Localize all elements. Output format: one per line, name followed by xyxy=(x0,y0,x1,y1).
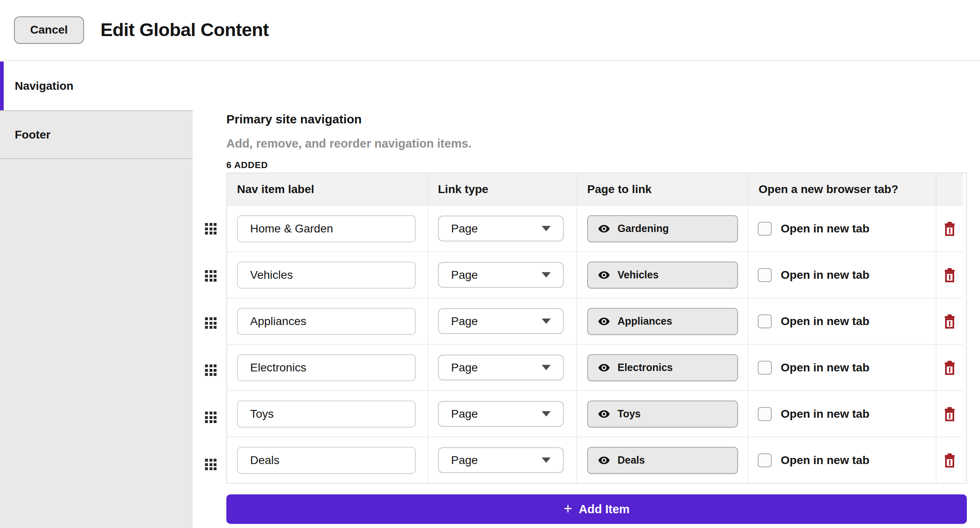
table-row-page-cell: Electronics xyxy=(577,344,749,390)
section-description: Add, remove, and reorder navigation item… xyxy=(226,137,472,150)
link-type-select[interactable]: Page xyxy=(438,262,564,288)
chevron-down-icon xyxy=(542,319,551,324)
link-type-select[interactable]: Page xyxy=(438,447,564,473)
table-row-label-cell xyxy=(227,205,428,251)
drag-handle[interactable] xyxy=(205,317,217,329)
table-row-label-cell xyxy=(227,298,428,344)
trash-icon xyxy=(944,268,956,282)
sidebar-item-footer[interactable]: Footer xyxy=(0,110,193,159)
table-row-linktype-cell: Page xyxy=(428,205,577,251)
new-tab-label: Open in new tab xyxy=(781,407,869,421)
page-link-button[interactable]: Electronics xyxy=(587,354,738,381)
table-row-delete-cell xyxy=(937,205,963,251)
eye-icon xyxy=(598,269,610,281)
drag-handle[interactable] xyxy=(205,223,217,234)
delete-button[interactable] xyxy=(942,451,957,469)
table-row-newtab-cell: Open in new tab xyxy=(749,344,937,390)
table-row-linktype-cell: Page xyxy=(428,437,577,483)
new-tab-checkbox[interactable] xyxy=(758,453,772,467)
new-tab-label: Open in new tab xyxy=(781,361,869,374)
table-row-page-cell: Gardening xyxy=(577,205,749,251)
link-type-select[interactable]: Page xyxy=(438,355,564,380)
column-header-page-to-link: Page to link xyxy=(577,173,749,205)
page-link-button[interactable]: Deals xyxy=(587,447,738,474)
page-link-button[interactable]: Vehicles xyxy=(587,262,738,289)
delete-button[interactable] xyxy=(942,266,957,284)
page-link-button[interactable]: Toys xyxy=(587,401,738,428)
delete-button[interactable] xyxy=(942,220,957,238)
table-row-page-cell: Appliances xyxy=(577,298,749,344)
nav-item-label-input[interactable] xyxy=(237,308,416,335)
trash-icon xyxy=(944,221,956,236)
chevron-down-icon xyxy=(542,411,551,416)
sidebar-item-label: Navigation xyxy=(15,80,73,93)
link-type-value: Page xyxy=(451,222,478,235)
trash-icon xyxy=(944,360,956,375)
table-row-newtab-cell: Open in new tab xyxy=(749,251,937,298)
nav-item-label-input[interactable] xyxy=(237,262,416,289)
delete-button[interactable] xyxy=(942,359,957,377)
table-row-newtab-cell: Open in new tab xyxy=(749,437,937,483)
table-row-linktype-cell: Page xyxy=(428,251,577,298)
nav-item-label-input[interactable] xyxy=(237,354,416,381)
page-link-button[interactable]: Appliances xyxy=(587,308,738,335)
page-link-button[interactable]: Gardening xyxy=(587,215,738,242)
plus-icon: + xyxy=(563,501,572,516)
new-tab-label: Open in new tab xyxy=(781,454,869,467)
link-type-select[interactable]: Page xyxy=(438,216,564,241)
link-type-value: Page xyxy=(451,454,478,467)
table-row-page-cell: Deals xyxy=(577,437,749,483)
nav-item-label-input[interactable] xyxy=(237,215,416,242)
table-row-label-cell xyxy=(227,437,428,483)
page-title: Edit Global Content xyxy=(100,19,269,41)
eye-icon xyxy=(598,315,610,328)
page-link-label: Gardening xyxy=(618,223,669,234)
page-link-label: Toys xyxy=(618,408,641,420)
new-tab-checkbox[interactable] xyxy=(758,222,772,236)
main-content: Primary site navigation Add, remove, and… xyxy=(193,61,980,528)
sidebar-item-label: Footer xyxy=(15,128,50,141)
page-link-label: Appliances xyxy=(618,315,672,327)
table-row-label-cell xyxy=(227,344,428,390)
nav-item-label-input[interactable] xyxy=(237,401,416,428)
new-tab-checkbox[interactable] xyxy=(758,407,772,421)
link-type-value: Page xyxy=(451,407,478,421)
eye-icon xyxy=(598,408,610,420)
navigation-items-table: Nav item label Link type Page to link Op… xyxy=(226,173,967,484)
link-type-value: Page xyxy=(451,315,478,328)
sidebar: Navigation Footer xyxy=(0,61,193,528)
table-row-page-cell: Vehicles xyxy=(577,251,749,298)
table-row-newtab-cell: Open in new tab xyxy=(749,390,937,437)
drag-handle[interactable] xyxy=(205,412,217,423)
new-tab-checkbox[interactable] xyxy=(758,268,772,282)
eye-icon xyxy=(598,454,610,467)
eye-icon xyxy=(598,362,610,374)
table-row-linktype-cell: Page xyxy=(428,390,577,437)
table-row-linktype-cell: Page xyxy=(428,344,577,390)
link-type-select[interactable]: Page xyxy=(438,401,564,427)
add-item-button[interactable]: + Add Item xyxy=(226,494,967,524)
drag-handle[interactable] xyxy=(205,364,217,376)
new-tab-label: Open in new tab xyxy=(781,222,869,235)
sidebar-item-navigation[interactable]: Navigation xyxy=(0,61,193,110)
table-row-newtab-cell: Open in new tab xyxy=(749,298,937,344)
table-row-delete-cell xyxy=(937,298,963,344)
top-bar: Cancel Edit Global Content xyxy=(0,0,980,61)
drag-handle[interactable] xyxy=(205,459,217,470)
table-row-page-cell: Toys xyxy=(577,390,749,437)
new-tab-checkbox[interactable] xyxy=(758,361,772,375)
new-tab-label: Open in new tab xyxy=(781,269,869,282)
delete-button[interactable] xyxy=(942,312,957,330)
chevron-down-icon xyxy=(542,457,551,463)
nav-item-label-input[interactable] xyxy=(237,447,416,474)
trash-icon xyxy=(944,453,956,468)
delete-button[interactable] xyxy=(942,405,957,423)
drag-handle[interactable] xyxy=(205,270,217,282)
link-type-select[interactable]: Page xyxy=(438,308,564,334)
chevron-down-icon xyxy=(542,272,551,278)
chevron-down-icon xyxy=(542,365,551,370)
cancel-button[interactable]: Cancel xyxy=(14,16,84,44)
new-tab-checkbox[interactable] xyxy=(758,314,772,328)
table-row-delete-cell xyxy=(937,437,963,483)
link-type-value: Page xyxy=(451,269,478,282)
